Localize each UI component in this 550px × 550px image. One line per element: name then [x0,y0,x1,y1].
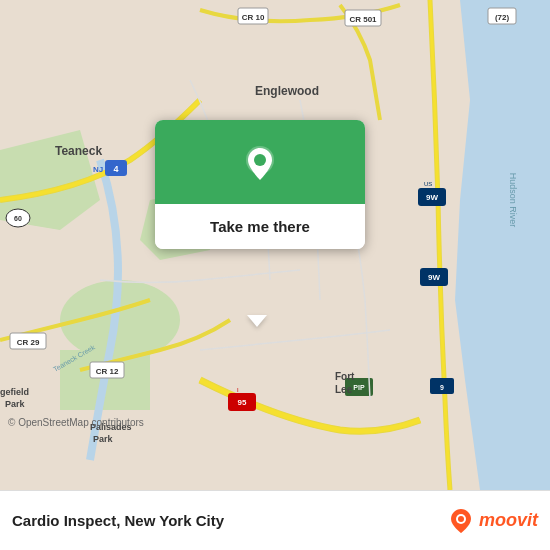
svg-text:US: US [424,181,432,187]
svg-text:PIP: PIP [353,384,365,391]
svg-point-46 [458,516,464,522]
popup-icon-area [155,120,365,204]
svg-text:Teaneck: Teaneck [55,144,102,158]
take-me-there-button[interactable]: Take me there [155,204,365,249]
svg-text:95: 95 [238,398,247,407]
svg-text:60: 60 [14,215,22,222]
moovit-brand-text: moovit [479,510,538,531]
svg-text:9: 9 [440,384,444,391]
moovit-logo: moovit [447,507,538,535]
svg-text:Hudson River: Hudson River [508,173,518,228]
svg-text:CR 29: CR 29 [17,338,40,347]
location-pin-icon [238,142,282,186]
svg-text:Englewood: Englewood [255,84,319,98]
svg-text:CR 501: CR 501 [349,15,377,24]
svg-text:Park: Park [5,399,26,409]
svg-point-44 [254,154,266,166]
svg-text:gefield: gefield [0,387,29,397]
svg-text:Lee: Lee [335,384,353,395]
svg-text:9W: 9W [426,193,438,202]
popup-card: Take me there [155,120,365,249]
svg-text:4: 4 [113,164,118,174]
popup-arrow [247,315,267,327]
svg-text:(72): (72) [495,13,510,22]
svg-text:Fort: Fort [335,371,355,382]
svg-text:CR 10: CR 10 [242,13,265,22]
map-container: Hudson River 4 NJ 60 [0,0,550,490]
svg-text:Park: Park [93,434,114,444]
bottom-bar: Cardio Inspect, New York City moovit [0,490,550,550]
moovit-pin-icon [447,507,475,535]
svg-text:9W: 9W [428,273,440,282]
svg-text:NJ: NJ [93,165,103,174]
location-name: Cardio Inspect, New York City [12,512,439,529]
svg-text:CR 12: CR 12 [96,367,119,376]
copyright-text: © OpenStreetMap contributors [8,417,144,428]
